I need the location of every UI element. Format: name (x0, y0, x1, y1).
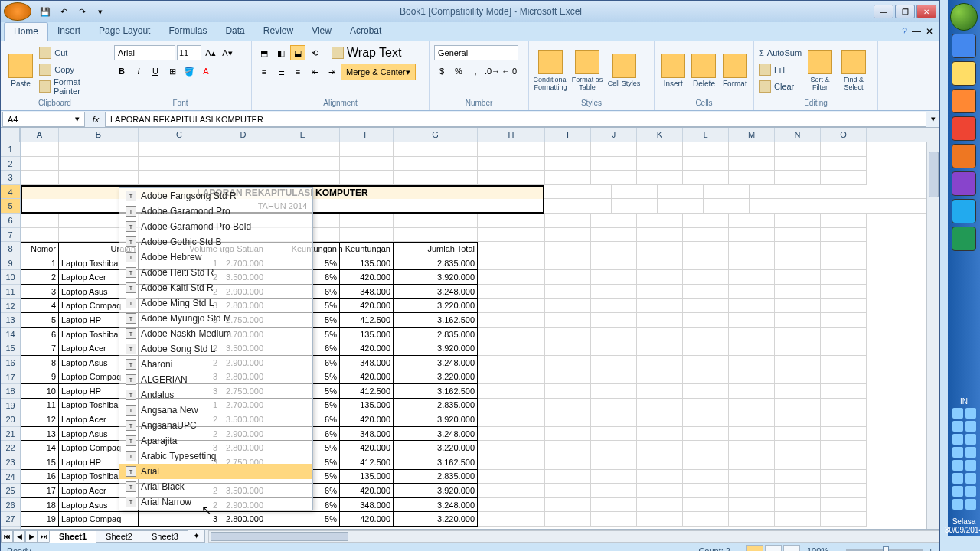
language-indicator[interactable]: IN (952, 397, 976, 406)
cell[interactable] (21, 157, 59, 171)
name-box[interactable]: A4 ▾ (2, 112, 85, 127)
align-middle-icon[interactable]: ◧ (273, 45, 289, 60)
cell[interactable] (478, 455, 545, 470)
cell[interactable] (478, 498, 545, 513)
cell[interactable] (591, 142, 637, 157)
row-header[interactable]: 20 (1, 412, 20, 427)
row-header[interactable]: 18 (1, 384, 20, 399)
cell[interactable] (729, 412, 775, 427)
font-dropdown-item[interactable]: TAdobe Fangsong Std R (119, 188, 312, 204)
cell[interactable] (821, 171, 867, 185)
italic-button[interactable]: I (131, 64, 146, 79)
zoom-in-button[interactable]: + (929, 546, 933, 552)
cell[interactable] (591, 399, 637, 413)
column-header[interactable]: A (21, 128, 59, 142)
cell[interactable] (683, 313, 729, 328)
table-cell[interactable]: 3.220.000 (394, 299, 478, 314)
cell[interactable] (683, 142, 729, 157)
row-header[interactable]: 2 (1, 157, 20, 171)
cell[interactable] (750, 199, 795, 214)
cell[interactable] (220, 157, 266, 171)
cell[interactable] (478, 142, 545, 157)
font-dropdown-item[interactable]: TAngsanaUPC (119, 418, 312, 433)
office-button[interactable] (4, 2, 31, 21)
cell[interactable] (637, 427, 683, 442)
align-center-icon[interactable]: ≣ (273, 64, 289, 80)
help-icon[interactable]: ? (902, 26, 907, 37)
font-dropdown-item[interactable]: TALGERIAN (119, 372, 312, 387)
column-header[interactable]: I (545, 128, 591, 142)
cell[interactable] (545, 512, 591, 527)
delete-cells-button[interactable]: Delete (690, 45, 717, 96)
cell[interactable] (775, 285, 821, 299)
font-dropdown-item[interactable]: TArabic Typesetting (119, 448, 312, 464)
cell[interactable] (478, 441, 545, 455)
cell[interactable] (683, 256, 729, 271)
cell[interactable] (821, 484, 867, 498)
format-table-button[interactable]: Format as Table (570, 45, 604, 96)
cell[interactable] (729, 341, 775, 356)
comma-icon[interactable]: , (468, 64, 483, 79)
tray-icon[interactable] (952, 460, 963, 471)
tray-icon[interactable] (965, 447, 976, 458)
cell[interactable] (478, 484, 545, 498)
table-cell[interactable]: 3.162.500 (394, 313, 478, 328)
copy-button[interactable]: Copy (39, 62, 104, 77)
column-header[interactable]: B (59, 128, 139, 142)
cell[interactable] (775, 470, 821, 484)
cell[interactable] (591, 214, 637, 228)
table-cell[interactable]: 3.920.000 (394, 412, 478, 427)
cell[interactable] (821, 228, 867, 243)
cell[interactable] (795, 185, 841, 200)
font-dropdown-item[interactable]: TAdobe Garamond Pro (119, 204, 312, 219)
cell[interactable] (591, 370, 637, 385)
row-header[interactable]: 15 (1, 341, 20, 356)
column-header[interactable]: N (775, 128, 821, 142)
table-cell[interactable]: 420.000 (340, 299, 394, 314)
cell[interactable] (637, 484, 683, 498)
font-dropdown-item[interactable]: TAdobe Heiti Std R (119, 265, 312, 280)
cell[interactable] (637, 470, 683, 484)
cell[interactable] (775, 498, 821, 513)
cell[interactable] (729, 384, 775, 399)
tray-icon[interactable] (952, 408, 963, 419)
cell[interactable] (821, 270, 867, 285)
font-dropdown-item[interactable]: TAdobe Song Std L (119, 341, 312, 357)
cell[interactable] (637, 384, 683, 399)
cell[interactable] (545, 328, 591, 342)
cell[interactable] (729, 427, 775, 442)
cell[interactable] (775, 171, 821, 185)
indent-decrease-icon[interactable]: ⇤ (307, 64, 322, 80)
cell[interactable] (637, 256, 683, 271)
table-cell[interactable]: 18 (21, 498, 59, 513)
fill-color-button[interactable]: 🪣 (181, 64, 197, 79)
cell[interactable] (683, 427, 729, 442)
tray-icon[interactable] (965, 473, 976, 484)
cell[interactable] (478, 399, 545, 413)
cell[interactable] (683, 270, 729, 285)
shrink-font-icon[interactable]: A▾ (220, 45, 235, 60)
cell[interactable] (545, 356, 591, 370)
cell[interactable] (478, 512, 545, 527)
row-header[interactable]: 11 (1, 285, 20, 299)
clear-button[interactable]: Clear (759, 79, 802, 94)
cell[interactable] (821, 256, 867, 271)
cell[interactable] (775, 455, 821, 470)
table-cell[interactable]: 420.000 (340, 412, 394, 427)
row-header[interactable]: 3 (1, 171, 20, 185)
cell[interactable] (729, 441, 775, 455)
cell[interactable] (139, 142, 220, 157)
cell[interactable] (139, 157, 220, 171)
cell[interactable] (821, 142, 867, 157)
format-cells-button[interactable]: Format (721, 45, 749, 96)
font-dropdown-item[interactable]: TAharoni (119, 357, 312, 372)
font-dropdown-item[interactable]: TArial Narrow (119, 494, 312, 510)
sheet-prev-button[interactable]: ◀ (13, 530, 25, 543)
cell[interactable] (478, 242, 545, 256)
font-dropdown-item[interactable]: TArial Black (119, 479, 312, 494)
cell[interactable] (591, 470, 637, 484)
cell[interactable] (545, 484, 591, 498)
cell[interactable] (544, 185, 612, 200)
table-cell[interactable]: 6 (21, 328, 59, 342)
cell[interactable] (683, 228, 729, 243)
